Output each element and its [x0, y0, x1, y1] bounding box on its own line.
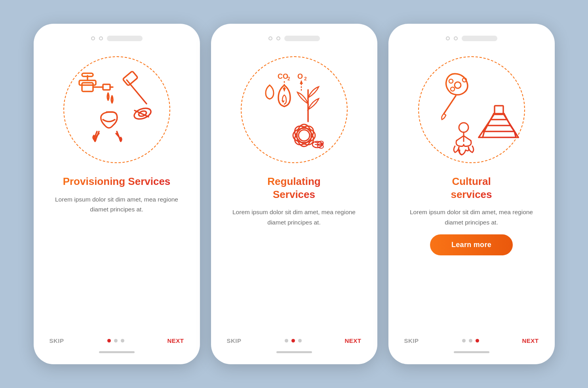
nav-dot-3-2	[469, 339, 472, 342]
phone-regulating: CO 2 O 2	[211, 24, 377, 364]
skip-button-1[interactable]: SKIP	[49, 337, 64, 344]
provisioning-icon-area	[55, 48, 178, 171]
dashed-circle-2	[241, 56, 348, 163]
regulating-icon-area: CO 2 O 2	[233, 48, 356, 171]
skip-button-2[interactable]: SKIP	[227, 337, 242, 344]
provisioning-desc: Lorem ipsum dolor sit dim amet, mea regi…	[46, 194, 188, 215]
phone-notch-3	[462, 36, 497, 41]
nav-dot-1-3	[121, 339, 124, 342]
phone-nav-1: SKIP NEXT	[46, 337, 188, 344]
phone-top-bar-3	[400, 36, 543, 41]
phones-container: Provisioning Services Lorem ipsum dolor …	[34, 24, 555, 364]
phone-dot-6	[454, 36, 458, 40]
phone-dot-5	[446, 36, 450, 40]
nav-dots-2	[285, 339, 302, 342]
phone-dot-4	[276, 36, 280, 40]
nav-dot-3-active	[476, 339, 479, 342]
phone-provisioning: Provisioning Services Lorem ipsum dolor …	[34, 24, 200, 364]
nav-dot-3-1	[462, 339, 466, 342]
nav-dot-2-1	[285, 339, 288, 342]
phone-bottom-1: SKIP NEXT	[46, 337, 188, 353]
next-button-3[interactable]: NEXT	[522, 337, 539, 344]
phone-nav-2: SKIP NEXT	[223, 337, 365, 344]
phone-dot-2	[99, 36, 103, 40]
phone-top-bar	[46, 36, 188, 41]
phone-nav-3: SKIP NEXT	[400, 337, 543, 344]
phone-bottom-3: SKIP NEXT	[400, 337, 543, 353]
dashed-circle	[63, 56, 170, 163]
phone-dot-1	[91, 36, 95, 40]
nav-dots-1	[107, 339, 124, 342]
home-bar-2	[276, 351, 312, 353]
next-button-2[interactable]: NEXT	[344, 337, 361, 344]
cultural-title: Culturalservices	[451, 175, 492, 201]
regulating-desc: Lorem ipsum dolor sit dim amet, mea regi…	[223, 207, 365, 227]
nav-dots-3	[462, 339, 479, 342]
phone-notch	[107, 36, 143, 41]
phone-bottom-2: SKIP NEXT	[223, 337, 365, 353]
learn-more-button[interactable]: Learn more	[430, 234, 513, 255]
next-button-1[interactable]: NEXT	[167, 337, 184, 344]
nav-dot-2-active	[291, 339, 295, 342]
cultural-desc: Lorem ipsum dolor sit dim amet, mea regi…	[400, 207, 543, 227]
nav-dot-1-active	[107, 339, 111, 342]
home-bar-3	[454, 351, 489, 353]
regulating-title: RegulatingServices	[267, 175, 320, 201]
phone-top-bar-2	[223, 36, 365, 41]
phone-dot-3	[268, 36, 272, 40]
home-bar-1	[99, 351, 135, 353]
skip-button-3[interactable]: SKIP	[404, 337, 419, 344]
provisioning-title: Provisioning Services	[63, 175, 171, 188]
dashed-circle-3	[418, 56, 525, 163]
cultural-icon-area	[410, 48, 533, 171]
nav-dot-1-2	[114, 339, 118, 342]
phone-cultural: Culturalservices Lorem ipsum dolor sit d…	[388, 24, 555, 364]
phone-notch-2	[284, 36, 320, 41]
nav-dot-2-3	[298, 339, 302, 342]
